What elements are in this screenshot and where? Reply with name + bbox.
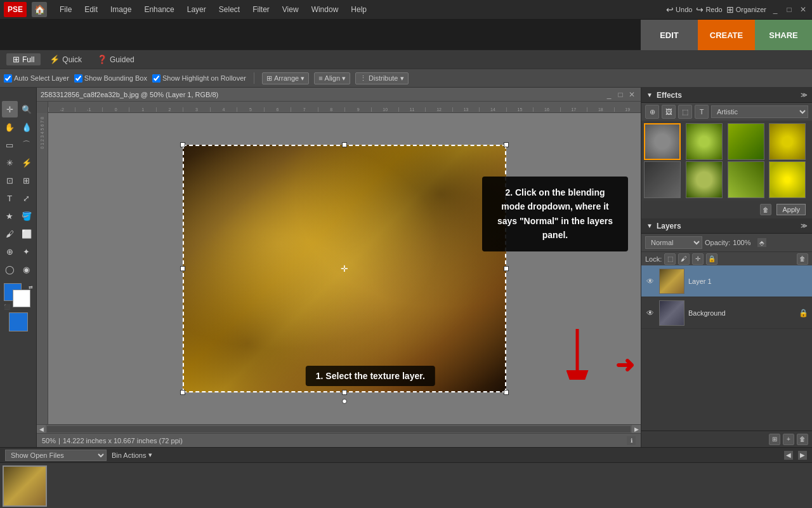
- effects-text-btn[interactable]: T: [695, 105, 709, 119]
- layer1-visibility-icon[interactable]: 👁: [645, 276, 655, 286]
- blur-tool[interactable]: ◉: [19, 261, 35, 277]
- clone-tool[interactable]: ✦: [19, 243, 35, 260]
- effects-photo-btn[interactable]: 🖼: [662, 105, 676, 119]
- home-icon[interactable]: 🏠: [32, 2, 47, 17]
- close-button[interactable]: ✕: [798, 4, 808, 15]
- effect-thumb-4[interactable]: [769, 123, 806, 160]
- menu-filter[interactable]: Filter: [247, 4, 275, 15]
- eraser-tool[interactable]: ⬜: [19, 225, 35, 242]
- lock-all-icon[interactable]: 🔒: [706, 253, 717, 265]
- custom-shape-tool[interactable]: ★: [2, 208, 18, 224]
- highlight-option[interactable]: Show Highlight on Rollover: [152, 74, 246, 83]
- menu-edit[interactable]: Edit: [79, 4, 103, 15]
- move-tool[interactable]: ✛: [2, 101, 18, 117]
- background-visibility-icon[interactable]: 👁: [645, 308, 655, 318]
- effect-thumb-6[interactable]: [686, 161, 723, 198]
- menu-help[interactable]: Help: [346, 4, 372, 15]
- default-colors-icon[interactable]: ⬛: [4, 304, 10, 310]
- transform-tool[interactable]: ⤢: [19, 190, 35, 206]
- quick-selection-tool[interactable]: ⚡: [19, 154, 35, 171]
- text-tool[interactable]: T: [2, 190, 18, 206]
- maximize-button[interactable]: □: [784, 4, 794, 15]
- healing-tool[interactable]: ⊕: [2, 243, 18, 260]
- menu-image[interactable]: Image: [105, 4, 136, 15]
- distribute-button[interactable]: ⋮ Distribute ▾: [355, 72, 408, 84]
- minimize-button[interactable]: _: [770, 4, 780, 15]
- transform-handle-br[interactable]: [504, 390, 509, 395]
- effect-thumb-7[interactable]: [728, 161, 764, 198]
- canvas-minimize[interactable]: _: [604, 90, 614, 100]
- new-layer-icon[interactable]: +: [783, 434, 794, 445]
- auto-select-checkbox[interactable]: [4, 74, 12, 83]
- lock-image-icon[interactable]: 🖌: [678, 253, 690, 265]
- delete-layer-btn-icon[interactable]: 🗑: [797, 434, 808, 445]
- layers-section-header[interactable]: ▼ Layers ≫: [641, 218, 812, 234]
- bin-actions-chevron[interactable]: ▾: [148, 451, 152, 459]
- transform-handle-tl[interactable]: [180, 142, 185, 147]
- apply-button[interactable]: Apply: [776, 204, 806, 215]
- background-color[interactable]: [13, 290, 30, 307]
- transform-handle-ml[interactable]: [180, 266, 185, 271]
- magic-wand-tool[interactable]: ✳: [2, 154, 18, 171]
- bin-scroll-right[interactable]: ▶: [798, 451, 807, 460]
- paint-bucket-tool[interactable]: 🪣: [19, 208, 35, 224]
- effect-thumb-2[interactable]: [686, 123, 723, 160]
- color-box[interactable]: [9, 312, 28, 331]
- effects-section-header[interactable]: ▼ Effects ≫: [641, 88, 812, 103]
- effects-frame-btn[interactable]: ⬚: [678, 105, 692, 119]
- rotate-handle[interactable]: [342, 399, 347, 404]
- view-guided[interactable]: ❓ Guided: [91, 53, 141, 65]
- hand-tool[interactable]: ✋: [2, 119, 18, 135]
- crop-tool[interactable]: ⊡: [2, 172, 18, 189]
- effect-thumb-8[interactable]: [769, 161, 806, 198]
- menu-enhance[interactable]: Enhance: [139, 4, 179, 15]
- bin-scroll-left[interactable]: ◀: [784, 451, 793, 460]
- transform-handle-tr[interactable]: [504, 142, 509, 147]
- zoom-tool[interactable]: 🔍: [19, 101, 35, 117]
- lock-transparent-icon[interactable]: ⬚: [664, 253, 676, 265]
- view-full[interactable]: ⊞ Full: [6, 53, 41, 65]
- effect-thumb-1[interactable]: [644, 123, 681, 160]
- scroll-left-icon[interactable]: ◀: [37, 425, 46, 434]
- info-icon[interactable]: ℹ: [627, 436, 636, 445]
- effect-thumb-3[interactable]: [728, 123, 764, 160]
- auto-select-option[interactable]: Auto Select Layer: [4, 74, 69, 83]
- new-group-icon[interactable]: ⊞: [769, 434, 780, 445]
- organizer-button[interactable]: ⊞ Organizer: [726, 4, 766, 15]
- layer-item-background[interactable]: 👁 Background 🔒: [641, 297, 812, 329]
- transform-handle-tm[interactable]: [342, 142, 347, 147]
- recompose-tool[interactable]: ⊞: [19, 172, 35, 189]
- menu-window[interactable]: Window: [306, 4, 344, 15]
- view-quick[interactable]: ⚡ Quick: [43, 53, 88, 65]
- canvas-restore[interactable]: □: [615, 90, 625, 100]
- menu-select[interactable]: Select: [214, 4, 245, 15]
- layer-item-layer1[interactable]: 👁 Layer 1: [641, 265, 812, 297]
- horizontal-scrollbar[interactable]: ◀ ▶: [37, 424, 641, 433]
- canvas-viewport[interactable]: ✛ 1. Select the texture layer. ➜ 2. Clic…: [48, 113, 641, 424]
- arrange-button[interactable]: ⊞ Arrange ▾: [262, 72, 309, 84]
- bin-thumbnail-1[interactable]: [3, 465, 47, 507]
- effect-thumb-5[interactable]: [644, 161, 681, 198]
- lasso-tool[interactable]: ⌒: [19, 137, 35, 153]
- tab-edit[interactable]: EDIT: [641, 20, 698, 50]
- blend-mode-dropdown[interactable]: Normal: [645, 236, 702, 249]
- scroll-right-icon[interactable]: ▶: [632, 425, 641, 434]
- redo-button[interactable]: ↪ Redo: [696, 4, 722, 15]
- transform-handle-bm[interactable]: [342, 390, 347, 395]
- menu-view[interactable]: View: [277, 4, 304, 15]
- canvas-close[interactable]: ✕: [627, 90, 637, 100]
- bounding-box-checkbox[interactable]: [74, 74, 82, 83]
- menu-file[interactable]: File: [55, 4, 77, 15]
- tab-create[interactable]: CREATE: [698, 20, 755, 50]
- opacity-stepper[interactable]: ⬘: [757, 238, 766, 247]
- undo-button[interactable]: ↩ Undo: [666, 4, 692, 15]
- highlight-checkbox[interactable]: [152, 74, 160, 83]
- delete-layer-icon[interactable]: 🗑: [797, 253, 808, 265]
- effects-category-dropdown[interactable]: Artistic: [711, 105, 808, 118]
- bin-actions-label[interactable]: Bin Actions: [112, 451, 146, 459]
- switch-colors-icon[interactable]: ⇄: [29, 284, 33, 290]
- menu-layer[interactable]: Layer: [182, 4, 211, 15]
- align-button[interactable]: ≡ Align ▾: [314, 72, 350, 84]
- delete-effect-icon[interactable]: 🗑: [760, 204, 771, 215]
- tab-share[interactable]: SHARE: [755, 20, 812, 50]
